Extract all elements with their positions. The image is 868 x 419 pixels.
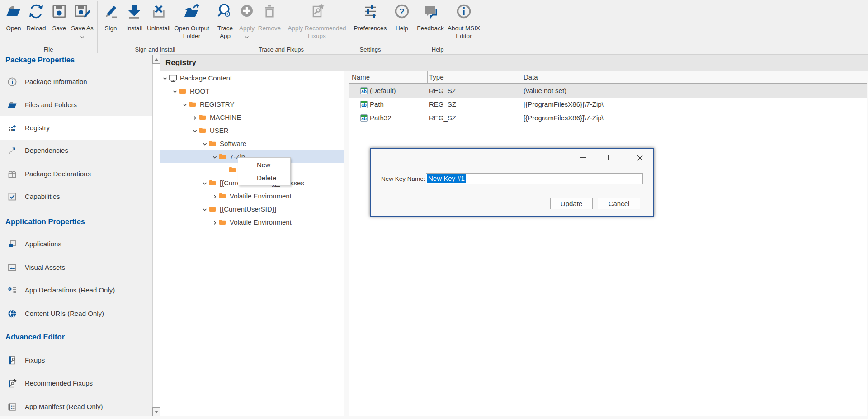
chevron-down-icon[interactable] [202,180,208,185]
tree-item-user[interactable]: USER [160,124,344,137]
sidebar-item-app-declarations-read-only[interactable]: App Declarations (Read Only) [0,278,152,302]
chevron-down-icon [215,32,278,38]
sidebar-item-visual-assets[interactable]: Visual Assets [0,256,152,279]
input-selected-text: New Key #1 [427,174,466,183]
tree-item-label: [{CurrentUserSID}] [220,202,276,216]
sidebar-scrollbar-track[interactable] [152,55,160,416]
chevron-down-icon[interactable] [182,101,188,107]
update-button[interactable]: Update [550,198,593,209]
folder-icon [219,153,226,161]
sidebar-item-label: Visual Assets [25,256,65,279]
column-header-name[interactable]: Name [352,73,370,81]
capabilities-icon [7,192,17,202]
package-information-icon [7,77,17,87]
tree-item-label: USER [210,124,229,137]
chevron-down-icon[interactable] [192,127,198,133]
tree-item-package-content[interactable]: Package Content [160,71,344,85]
value-type: REG_SZ [429,84,456,98]
sidebar-section-heading: Application Properties [5,217,85,226]
tree-item-label: Software [220,137,246,150]
tree-item-label: REGISTRY [200,98,234,111]
sidebar-divider [5,209,150,209]
folder-icon [199,114,206,122]
sidebar-item-fixups[interactable]: Fixups [0,348,152,372]
ribbon-group-separator [350,1,350,53]
value-type: REG_SZ [429,111,456,125]
sidebar-item-label: Content URIs (Read Only) [25,302,104,325]
sidebar-item-capabilities[interactable]: Capabilities [0,185,152,208]
value-row-path32[interactable]: abPath32REG_SZ[{ProgramFilesX86}]\7-Zip\ [349,111,867,125]
sidebar-item-app-manifest-read-only[interactable]: App Manifest (Read Only) [0,395,152,419]
ribbon-group-separator [391,1,391,53]
scrollbar-down-button[interactable] [152,407,160,416]
sidebar-item-content-uris-read-only[interactable]: Content URIs (Read Only) [0,302,152,325]
sidebar-item-files-and-folders[interactable]: Files and Folders [0,93,152,117]
chevron-right-icon[interactable] [212,193,217,198]
remove-icon [260,2,278,22]
tree-item-registry[interactable]: REGISTRY [160,98,344,111]
app-manifest-icon [7,402,17,412]
tree-item-label: Volatile Environment [230,189,292,202]
chevron-down-icon[interactable] [202,141,208,146]
tree-item-label: Volatile Environment [230,216,292,229]
column-header-data[interactable]: Data [524,73,538,81]
value-data: (value not set) [524,84,566,98]
chevron-down-icon [51,32,114,38]
sidebar-item-label: Fixups [25,348,45,372]
reg-sz-icon: ab [360,87,368,94]
apply-recommended-fixups-icon [308,2,326,22]
tree-item-label: Package Content [180,71,232,85]
ribbon-toolbar: OpenReloadSaveSave AsFileSignInstallUnin… [0,0,868,55]
down-arrow-icon [155,411,158,413]
chevron-right-icon[interactable] [212,219,217,225]
context-menu-item-new[interactable]: New [238,158,290,171]
about-msix-editor-icon [455,2,473,22]
sidebar-item-package-information[interactable]: Package Information [0,70,152,94]
tree-item-software[interactable]: Software [160,137,344,150]
sidebar-item-package-declarations[interactable]: Package Declarations [0,162,152,186]
chevron-down-icon[interactable] [162,75,168,80]
column-header-type[interactable]: Type [429,73,444,81]
bottom-strip [0,416,868,419]
maximize-button[interactable] [608,155,613,160]
value-name: Path32 [370,111,392,125]
sidebar-item-label: Capabilities [25,185,60,208]
tree-item-volatile-environment[interactable]: Volatile Environment [160,189,344,202]
sidebar-item-label: App Manifest (Read Only) [25,395,103,419]
chevron-down-icon[interactable] [202,206,208,212]
tree-item-machine[interactable]: MACHINE [160,111,344,124]
sidebar: Package PropertiesPackage InformationFil… [0,55,152,419]
sidebar-item-dependencies[interactable]: Dependencies [0,139,152,162]
sidebar-item-label: Applications [25,232,61,256]
sidebar-item-label: Dependencies [25,139,68,162]
context-menu-item-delete[interactable]: Delete [238,171,290,184]
tree-item-root[interactable]: ROOT [160,85,344,98]
value-row-default[interactable]: ab(Default)REG_SZ(value not set) [349,84,867,98]
sidebar-item-label: Recommended Fixups [25,372,93,395]
close-button[interactable] [637,155,643,163]
tree-item-volatile-environment[interactable]: Volatile Environment [160,216,344,229]
sidebar-item-label: Package Information [25,70,87,94]
new-key-name-input[interactable]: New Key #1 [426,173,643,184]
folder-icon [179,88,186,96]
sidebar-item-applications[interactable]: Applications [0,232,152,256]
scrollbar-up-button[interactable] [152,55,160,64]
chevron-down-icon[interactable] [212,154,217,159]
ribbon-button-about-msix-editor[interactable]: About MSIXEditor [432,3,495,40]
minimize-button[interactable] [580,154,586,158]
sidebar-item-registry[interactable]: Registry [0,116,152,140]
ribbon-group-label: File [44,46,53,53]
sidebar-section-heading: Package Properties [5,56,75,64]
fixups-icon [7,355,17,365]
cancel-button[interactable]: Cancel [598,198,640,209]
chevron-right-icon[interactable] [192,114,198,120]
content-header: Registry [160,54,868,71]
sidebar-item-recommended-fixups[interactable]: Recommended Fixups [0,372,152,395]
value-row-path[interactable]: abPathREG_SZ[{ProgramFilesX86}]\7-Zip\ [349,98,867,111]
chevron-down-icon[interactable] [172,88,178,94]
applications-icon [7,239,17,249]
sidebar-item-label: Registry [25,116,50,140]
value-name: (Default) [370,84,396,98]
monitor-icon [169,75,177,84]
tree-item-currentusersid[interactable]: [{CurrentUserSID}] [160,202,344,216]
